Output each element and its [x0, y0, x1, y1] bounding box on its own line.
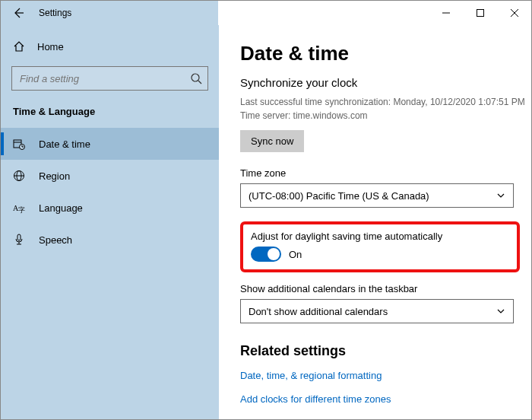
- svg-rect-1: [477, 10, 483, 17]
- sidebar-section-header: Time & Language: [1, 98, 219, 128]
- timezone-label: Time zone: [240, 167, 531, 179]
- chevron-down-icon: [496, 191, 505, 200]
- sidebar-item-speech[interactable]: Speech: [1, 224, 219, 256]
- maximize-icon: [477, 9, 484, 17]
- sidebar-home-label: Home: [37, 41, 64, 52]
- language-icon: A字: [13, 202, 25, 214]
- sidebar-item-label: Language: [39, 202, 83, 214]
- sidebar-item-date-time[interactable]: Date & time: [1, 128, 219, 160]
- close-button[interactable]: [497, 1, 531, 25]
- main-content: Date & time Synchronize your clock Last …: [219, 25, 531, 419]
- chevron-down-icon: [496, 307, 505, 316]
- additional-calendars-value: Don't show additional calendars: [249, 306, 388, 317]
- sync-meta: Last successful time synchronization: Mo…: [240, 95, 531, 123]
- back-button[interactable]: [7, 2, 30, 24]
- globe-icon: [13, 170, 25, 182]
- sidebar-item-region[interactable]: Region: [1, 160, 219, 192]
- sidebar-home[interactable]: Home: [1, 31, 219, 62]
- link-regional-formatting[interactable]: Date, time, & regional formatting: [240, 370, 531, 381]
- additional-calendars-label: Show additional calendars in the taskbar: [240, 283, 531, 294]
- sidebar-item-label: Region: [39, 170, 70, 182]
- svg-point-4: [192, 74, 199, 81]
- minimize-icon: [442, 9, 450, 17]
- sync-heading: Synchronize your clock: [240, 76, 531, 89]
- search-wrapper: [11, 66, 208, 91]
- sidebar: Home Time & Language Date & time Region …: [1, 25, 219, 419]
- dst-label: Adjust for daylight saving time automati…: [251, 231, 509, 242]
- svg-rect-16: [17, 234, 21, 240]
- arrow-left-icon: [12, 7, 24, 19]
- additional-calendars-select[interactable]: Don't show additional calendars: [240, 299, 514, 323]
- svg-text:字: 字: [18, 206, 25, 214]
- dst-toggle[interactable]: [251, 247, 281, 262]
- titlebar: Settings: [1, 1, 531, 25]
- dst-state-text: On: [289, 249, 302, 260]
- timezone-value: (UTC-08:00) Pacific Time (US & Canada): [249, 190, 429, 202]
- content-body: Home Time & Language Date & time Region …: [1, 25, 531, 419]
- settings-window: Settings Home Time & Language: [0, 0, 532, 420]
- dst-highlight: Adjust for daylight saving time automati…: [240, 221, 520, 272]
- titlebar-left: Settings: [1, 1, 429, 25]
- home-icon: [13, 40, 25, 52]
- related-settings-heading: Related settings: [240, 343, 531, 359]
- window-title: Settings: [39, 8, 71, 18]
- sidebar-item-language[interactable]: A字 Language: [1, 192, 219, 224]
- calendar-clock-icon: [13, 138, 25, 150]
- search-input[interactable]: [11, 66, 208, 91]
- dst-toggle-row: On: [251, 247, 509, 262]
- minimize-button[interactable]: [429, 1, 463, 25]
- close-icon: [511, 9, 518, 17]
- timezone-select[interactable]: (UTC-08:00) Pacific Time (US & Canada): [240, 183, 514, 208]
- svg-line-5: [198, 81, 201, 84]
- sidebar-item-label: Date & time: [39, 138, 90, 150]
- window-controls: [429, 1, 531, 25]
- sidebar-item-label: Speech: [39, 234, 72, 246]
- sync-now-button[interactable]: Sync now: [240, 130, 304, 152]
- last-sync-text: Last successful time synchronization: Mo…: [240, 95, 531, 109]
- time-server-text: Time server: time.windows.com: [240, 109, 531, 123]
- link-add-clocks[interactable]: Add clocks for different time zones: [240, 393, 531, 405]
- maximize-button[interactable]: [463, 1, 497, 25]
- page-title: Date & time: [240, 42, 531, 65]
- microphone-icon: [13, 234, 25, 246]
- search-icon: [190, 72, 202, 84]
